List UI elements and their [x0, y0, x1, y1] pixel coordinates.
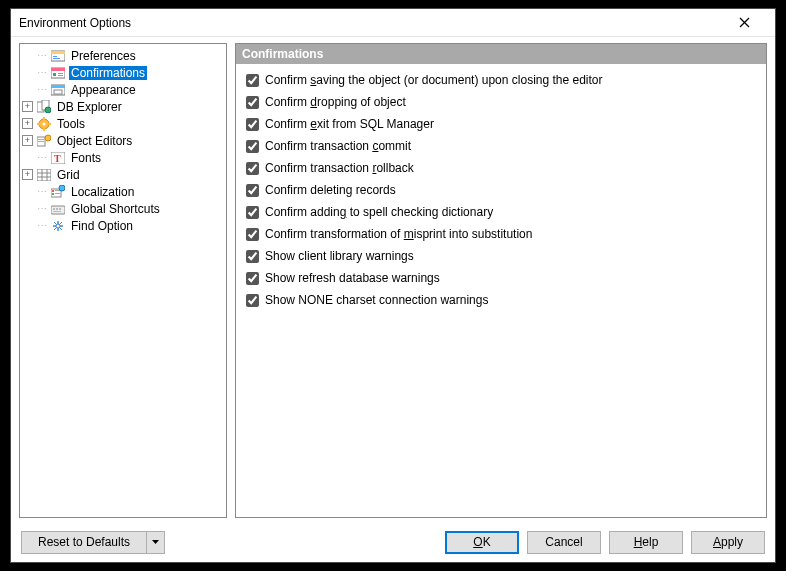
tree-item-object-editors[interactable]: +Object Editors: [22, 132, 224, 149]
environment-options-dialog: Environment Options ⋯Preferences⋯Confirm…: [10, 8, 776, 563]
content-panel: Confirmations Confirm saving the object …: [235, 43, 767, 518]
confirmation-checkbox[interactable]: [246, 184, 259, 197]
confirmation-checkbox[interactable]: [246, 74, 259, 87]
confirmation-option: Confirm transaction rollback: [246, 160, 756, 176]
reset-to-defaults-button[interactable]: Reset to Defaults: [21, 531, 147, 554]
titlebar: Environment Options: [11, 9, 775, 37]
tree-item-db-explorer[interactable]: +DB Explorer: [22, 98, 224, 115]
tree-line: ⋯: [36, 186, 48, 197]
confirmation-checklist: Confirm saving the object (or document) …: [236, 64, 766, 316]
svg-rect-3: [51, 51, 65, 54]
svg-rect-4: [53, 56, 57, 57]
chevron-down-icon: [152, 540, 159, 544]
dialog-body: ⋯Preferences⋯Confirmations⋯Appearance+DB…: [11, 37, 775, 522]
tree-connector: [22, 152, 33, 163]
tree-item-tools[interactable]: +Tools: [22, 115, 224, 132]
apply-button[interactable]: Apply: [691, 531, 765, 554]
confirmation-label[interactable]: Show refresh database warnings: [265, 271, 440, 285]
tree-line: ⋯: [36, 152, 48, 163]
confirmation-checkbox[interactable]: [246, 140, 259, 153]
confirmation-option: Confirm saving the object (or document) …: [246, 72, 756, 88]
confirmation-checkbox[interactable]: [246, 272, 259, 285]
tree-item-label: Tools: [55, 117, 87, 131]
confirmation-label[interactable]: Confirm transaction commit: [265, 139, 411, 153]
svg-rect-19: [43, 117, 45, 120]
window-title: Environment Options: [19, 16, 739, 30]
tree-item-label: Localization: [69, 185, 136, 199]
svg-point-39: [59, 185, 65, 191]
ok-button[interactable]: OK: [445, 531, 519, 554]
reset-to-defaults-dropdown[interactable]: [147, 531, 165, 554]
close-icon: [739, 17, 750, 28]
svg-rect-35: [52, 190, 54, 192]
expand-icon[interactable]: +: [22, 118, 33, 129]
tree-line: ⋯: [36, 67, 48, 78]
svg-rect-25: [38, 141, 44, 142]
tree-connector: [22, 203, 33, 214]
confirmation-checkbox[interactable]: [246, 96, 259, 109]
svg-rect-36: [52, 193, 54, 195]
tree-item-label: Object Editors: [55, 134, 134, 148]
confirmation-label[interactable]: Show client library warnings: [265, 249, 414, 263]
confirmation-option: Confirm exit from SQL Manager: [246, 116, 756, 132]
confirmation-option: Confirm adding to spell checking diction…: [246, 204, 756, 220]
tree-item-localization[interactable]: ⋯Localization: [22, 183, 224, 200]
tree-item-appearance[interactable]: ⋯Appearance: [22, 81, 224, 98]
svg-text:T: T: [54, 153, 61, 164]
pref-icon: [50, 49, 66, 63]
svg-rect-24: [38, 139, 44, 140]
confirmation-option: Show NONE charset connection warnings: [246, 292, 756, 308]
tree-connector: [22, 50, 33, 61]
svg-point-26: [45, 135, 51, 141]
tree-item-label: Appearance: [69, 83, 138, 97]
help-button[interactable]: Help: [609, 531, 683, 554]
expand-icon[interactable]: +: [22, 101, 33, 112]
confirmation-checkbox[interactable]: [246, 250, 259, 263]
tree-item-label: Global Shortcuts: [69, 202, 162, 216]
tree-item-find-option[interactable]: ⋯Find Option: [22, 217, 224, 234]
svg-rect-44: [53, 211, 61, 212]
svg-point-49: [56, 224, 60, 228]
tree-line: ⋯: [36, 203, 48, 214]
confirmation-label[interactable]: Confirm adding to spell checking diction…: [265, 205, 493, 219]
confirmation-checkbox[interactable]: [246, 294, 259, 307]
svg-rect-8: [53, 73, 56, 76]
tree-item-confirmations[interactable]: ⋯Confirmations: [22, 64, 224, 81]
svg-rect-43: [59, 208, 61, 210]
tree-item-label: Find Option: [69, 219, 135, 233]
confirmation-label[interactable]: Confirm exit from SQL Manager: [265, 117, 434, 131]
tree-item-global-shortcuts[interactable]: ⋯Global Shortcuts: [22, 200, 224, 217]
confirmation-label[interactable]: Confirm dropping of object: [265, 95, 406, 109]
confirmation-label[interactable]: Confirm deleting records: [265, 183, 396, 197]
tools-icon: [36, 117, 52, 131]
confirmation-label[interactable]: Confirm saving the object (or document) …: [265, 73, 603, 87]
close-button[interactable]: [739, 17, 767, 28]
confirmation-checkbox[interactable]: [246, 118, 259, 131]
svg-rect-7: [51, 68, 65, 71]
tree-item-grid[interactable]: +Grid: [22, 166, 224, 183]
expand-icon[interactable]: +: [22, 169, 33, 180]
cancel-button[interactable]: Cancel: [527, 531, 601, 554]
options-tree[interactable]: ⋯Preferences⋯Confirmations⋯Appearance+DB…: [19, 43, 227, 518]
tree-connector: [22, 67, 33, 78]
grid-icon: [36, 168, 52, 182]
confirmation-checkbox[interactable]: [246, 162, 259, 175]
confirmation-label[interactable]: Show NONE charset connection warnings: [265, 293, 488, 307]
expand-icon[interactable]: +: [22, 135, 33, 146]
confirmation-checkbox[interactable]: [246, 206, 259, 219]
confirmation-option: Confirm transaction commit: [246, 138, 756, 154]
confirmation-label[interactable]: Confirm transformation of misprint into …: [265, 227, 532, 241]
tree-item-preferences[interactable]: ⋯Preferences: [22, 47, 224, 64]
fonts-icon: T: [50, 151, 66, 165]
tree-item-label: Grid: [55, 168, 82, 182]
confirmation-label[interactable]: Confirm transaction rollback: [265, 161, 414, 175]
confirmation-checkbox[interactable]: [246, 228, 259, 241]
svg-rect-20: [43, 128, 45, 131]
svg-point-16: [45, 107, 51, 113]
tree-item-label: DB Explorer: [55, 100, 124, 114]
svg-rect-38: [55, 193, 60, 194]
confirmation-option: Show client library warnings: [246, 248, 756, 264]
tree-item-fonts[interactable]: ⋯TFonts: [22, 149, 224, 166]
svg-rect-42: [56, 208, 58, 210]
svg-rect-9: [58, 73, 63, 74]
